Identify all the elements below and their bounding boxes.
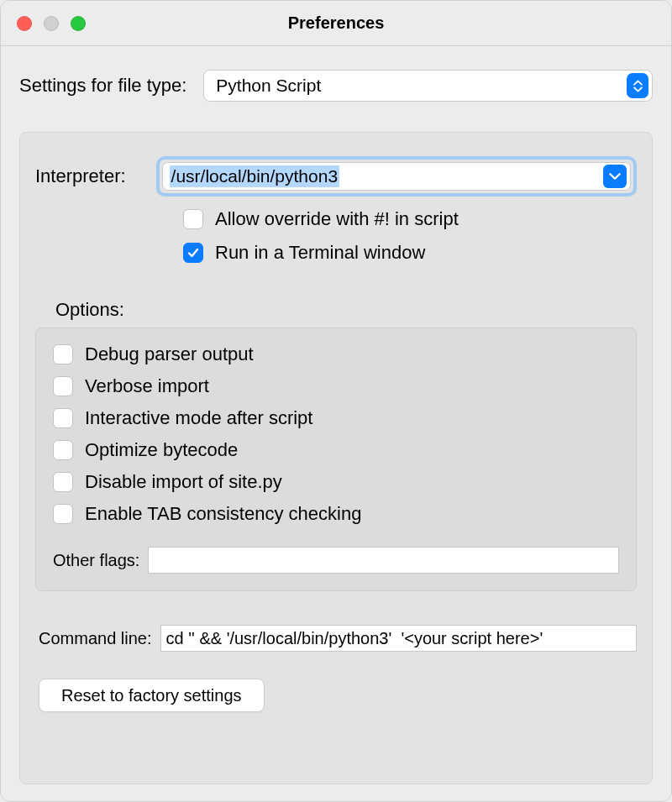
option-label: Optimize bytecode <box>85 439 238 461</box>
other-flags-label: Other flags: <box>53 551 139 570</box>
file-type-row: Settings for file type: Python Script <box>19 70 653 102</box>
option-row-optimize-bytecode: Optimize bytecode <box>53 439 619 461</box>
option-row-interactive-mode: Interactive mode after script <box>53 407 619 429</box>
titlebar: Preferences <box>1 1 671 46</box>
minimize-window-button <box>44 16 59 31</box>
option-checkbox-debug-parser[interactable] <box>53 344 73 364</box>
updown-arrows-icon <box>627 73 648 98</box>
close-window-button[interactable] <box>17 16 32 31</box>
zoom-window-button[interactable] <box>71 16 86 31</box>
preferences-window: Preferences Settings for file type: Pyth… <box>0 0 672 802</box>
option-row-debug-parser: Debug parser output <box>53 343 619 365</box>
command-line-input[interactable] <box>160 625 637 652</box>
reset-button[interactable]: Reset to factory settings <box>39 679 265 712</box>
interpreter-label: Interpreter: <box>35 165 126 187</box>
command-line-label: Command line: <box>39 629 152 648</box>
option-row-tab-consistency: Enable TAB consistency checking <box>53 503 619 525</box>
window-title: Preferences <box>1 13 671 33</box>
options-box: Debug parser output Verbose import Inter… <box>35 328 637 591</box>
options-label: Options: <box>55 299 637 321</box>
option-row-disable-site: Disable import of site.py <box>53 471 619 493</box>
option-label: Verbose import <box>85 375 209 397</box>
file-type-value: Python Script <box>216 76 321 96</box>
option-label: Disable import of site.py <box>85 471 282 493</box>
file-type-popup[interactable]: Python Script <box>203 70 653 102</box>
command-line-row: Command line: <box>39 625 637 652</box>
file-type-label: Settings for file type: <box>19 75 186 97</box>
content-area: Settings for file type: Python Script In… <box>1 46 671 801</box>
interpreter-value: /usr/local/bin/python3 <box>170 165 339 187</box>
run-terminal-checkbox[interactable] <box>183 243 203 263</box>
option-row-verbose-import: Verbose import <box>53 375 619 397</box>
other-flags-input[interactable] <box>148 547 619 574</box>
allow-override-label: Allow override with #! in script <box>215 208 459 230</box>
option-label: Interactive mode after script <box>85 407 312 429</box>
traffic-lights <box>1 16 86 31</box>
option-checkbox-optimize-bytecode[interactable] <box>53 440 73 460</box>
run-terminal-label: Run in a Terminal window <box>215 242 425 264</box>
allow-override-row: Allow override with #! in script <box>183 208 637 230</box>
other-flags-row: Other flags: <box>53 547 619 574</box>
option-label: Enable TAB consistency checking <box>85 503 361 525</box>
interpreter-combo[interactable]: /usr/local/bin/python3 <box>162 162 631 191</box>
reset-row: Reset to factory settings <box>39 679 637 712</box>
option-label: Debug parser output <box>85 343 254 365</box>
run-terminal-row: Run in a Terminal window <box>183 242 637 264</box>
settings-panel: Interpreter: /usr/local/bin/python3 Allo… <box>19 132 653 784</box>
option-checkbox-disable-site[interactable] <box>53 472 73 492</box>
option-checkbox-interactive-mode[interactable] <box>53 408 73 428</box>
interpreter-row: Interpreter: /usr/local/bin/python3 <box>35 156 637 197</box>
option-checkbox-verbose-import[interactable] <box>53 376 73 396</box>
allow-override-checkbox[interactable] <box>183 209 203 229</box>
interpreter-combo-focus-ring: /usr/local/bin/python3 <box>156 156 637 197</box>
chevron-down-icon <box>603 165 627 188</box>
option-checkbox-tab-consistency[interactable] <box>53 504 73 524</box>
